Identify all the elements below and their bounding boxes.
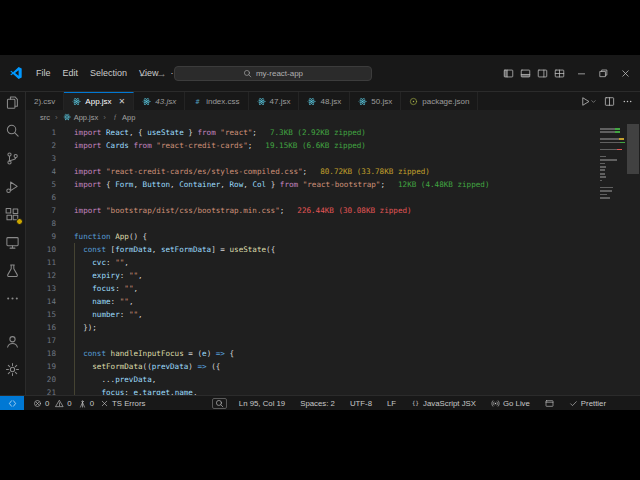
minimap-line — [600, 169, 605, 171]
code-line: 18 const handleInputFocus = (e) => { — [26, 347, 640, 360]
scrollbar[interactable] — [626, 124, 640, 395]
ellipsis-icon — [622, 96, 633, 107]
status-go-live[interactable]: Go Live — [488, 396, 533, 410]
activity-item-remote-explorer[interactable] — [5, 235, 20, 250]
activity-item-explorer[interactable] — [5, 95, 20, 110]
line-number: 6 — [26, 191, 56, 204]
code-line: 16 }); — [26, 321, 640, 334]
import-cost-annotation: 19.15KB (6.6KB zipped) — [265, 141, 366, 150]
tab-label: 48.jsx — [320, 97, 341, 106]
minimap-line — [600, 194, 607, 196]
more-actions-button[interactable] — [622, 96, 633, 107]
status-ts-errors[interactable]: TS Errors — [97, 396, 148, 410]
status-label: TS Errors — [112, 399, 145, 408]
command-center-value: my-react-app — [256, 69, 303, 78]
status-label: 0 — [90, 399, 94, 408]
import-cost-annotation: 12KB (4.48KB zipped) — [398, 180, 489, 189]
line-number: 8 — [26, 217, 56, 230]
tab-index-css[interactable]: #index.css — [185, 92, 248, 110]
status-browser-preview[interactable] — [542, 396, 557, 410]
status-search-toggle[interactable] — [212, 398, 227, 409]
code-text: import React, { useState } from "react";… — [56, 126, 366, 139]
breadcrumb-label: src — [40, 113, 50, 122]
svg-text:{}: {} — [412, 400, 419, 406]
status-problems-errors[interactable]: 0 — [30, 396, 52, 410]
status-prettier[interactable]: Prettier — [566, 396, 609, 410]
toggle-sidebar-left-icon[interactable] — [502, 67, 515, 80]
line-number: 21 — [26, 386, 56, 395]
activity-item-settings[interactable] — [5, 362, 20, 377]
status-indentation[interactable]: Spaces: 2 — [297, 396, 338, 410]
activity-item-more-views[interactable] — [5, 291, 20, 306]
search-icon — [5, 123, 20, 138]
breadcrumb-item-app[interactable]: fApp — [111, 113, 135, 122]
gear-icon — [5, 362, 20, 377]
tab-47-jsx[interactable]: 47.jsx — [249, 92, 300, 110]
breadcrumb-label: App.jsx — [74, 113, 99, 122]
status-problems-warnings[interactable]: 0 — [52, 396, 74, 410]
line-number: 16 — [26, 321, 56, 334]
customize-layout-icon[interactable] — [553, 67, 566, 80]
remote-explorer-icon — [5, 235, 20, 250]
activity-item-search[interactable] — [5, 123, 20, 138]
breadcrumb-item-src[interactable]: src — [40, 113, 50, 122]
bell-icon — [621, 399, 630, 408]
code-line: 17 — [26, 334, 640, 347]
editor-actions — [573, 92, 640, 110]
activity-item-extensions[interactable] — [5, 207, 20, 222]
remote-icon — [8, 399, 17, 408]
tab-app-jsx[interactable]: App.jsx✕ — [64, 92, 134, 110]
activity-item-source-control[interactable] — [5, 151, 20, 166]
minimap-line — [600, 131, 620, 133]
menu-item-edit[interactable]: Edit — [57, 65, 85, 81]
tab-50-jsx[interactable]: 50.jsx — [350, 92, 401, 110]
status-remote-indicator[interactable] — [0, 396, 24, 410]
code-line: 13 focus: "", — [26, 282, 640, 295]
back-arrow-icon[interactable]: ← — [138, 68, 149, 79]
minimap-line — [600, 180, 602, 182]
tab-2-csv[interactable]: 2).csv — [26, 92, 64, 110]
line-number: 13 — [26, 282, 56, 295]
status-encoding[interactable]: UTF-8 — [347, 396, 375, 410]
activity-item-testing[interactable] — [5, 263, 20, 278]
status-eol[interactable]: LF — [384, 396, 399, 410]
close-tab-icon[interactable]: ✕ — [119, 98, 126, 106]
minimize-button[interactable] — [575, 67, 588, 80]
status-cursor-position[interactable]: Ln 95, Col 19 — [236, 396, 288, 410]
tab-package-json[interactable]: package.json — [401, 92, 478, 110]
activity-item-run-and-debug[interactable] — [5, 179, 20, 194]
code-text: import { Form, Button, Container, Row, C… — [56, 178, 489, 191]
scrollbar-thumb[interactable] — [627, 124, 639, 174]
restore-button[interactable] — [597, 67, 610, 80]
code-text: function App() { — [56, 230, 147, 243]
run-file-button[interactable] — [580, 96, 597, 107]
split-editor-button[interactable] — [604, 96, 615, 107]
code-line: 6 — [26, 191, 640, 204]
line-number: 7 — [26, 204, 56, 217]
minimap[interactable] — [598, 124, 626, 395]
code-editor[interactable]: 1import React, { useState } from "react"… — [26, 124, 640, 395]
toggle-sidebar-right-icon[interactable] — [536, 67, 549, 80]
status-notifications[interactable] — [618, 396, 633, 410]
toggle-panel-icon[interactable] — [519, 67, 532, 80]
status-language-mode[interactable]: {}JavaScript JSX — [408, 396, 479, 410]
tab-bar: 2).csvApp.jsx✕43.jsx#index.css47.jsx48.j… — [26, 92, 640, 110]
command-center-search[interactable]: my-react-app — [174, 66, 372, 81]
split-editor-icon — [604, 96, 615, 107]
code-text: cvc: "", — [56, 256, 129, 269]
forward-arrow-icon[interactable]: → — [156, 68, 167, 79]
code-text: setFormData((prevData) => ({ — [56, 360, 220, 373]
code-text: number: "", — [56, 308, 143, 321]
menu-item-file[interactable]: File — [30, 65, 57, 81]
code-text — [56, 152, 74, 165]
code-line: 7import "bootstrap/dist/css/bootstrap.mi… — [26, 204, 640, 217]
activity-item-accounts[interactable] — [5, 334, 20, 349]
code-line: 8 — [26, 217, 640, 230]
menu-item-selection[interactable]: Selection — [84, 65, 133, 81]
status-ports[interactable]: 0 — [75, 396, 97, 410]
tab-43-jsx[interactable]: 43.jsx — [134, 92, 185, 110]
tab-label: index.css — [206, 97, 239, 106]
breadcrumb-item-app-jsx[interactable]: App.jsx — [63, 113, 99, 122]
tab-48-jsx[interactable]: 48.jsx — [299, 92, 350, 110]
close-window-button[interactable] — [619, 67, 632, 80]
